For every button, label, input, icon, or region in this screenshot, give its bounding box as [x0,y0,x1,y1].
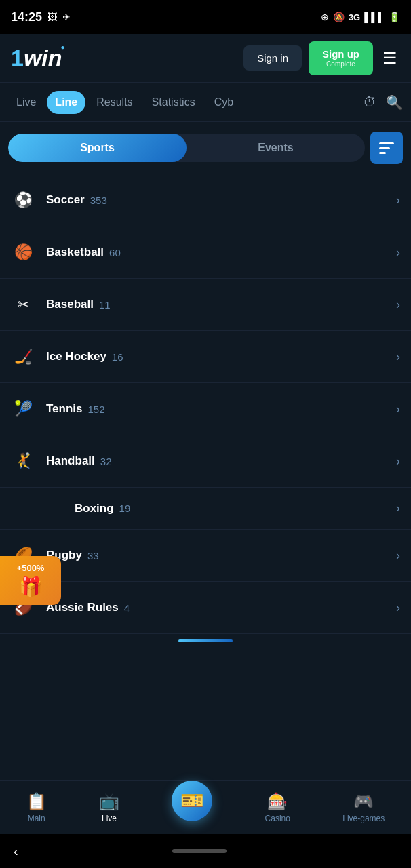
logo-dot: ● [61,43,65,51]
nav-tabs: Live Line Results Statistics Cyb ⏱ 🔍 [0,83,411,122]
soccer-name: Soccer [46,193,85,207]
main-icon: 📋 [26,792,47,811]
network-icon: 3G [349,12,360,22]
tab-statistics[interactable]: Statistics [144,91,203,114]
casino-icon: 🎰 [267,792,288,811]
bonus-percent: +500% [17,563,45,573]
bonus-gift-icon: 🎁 [19,576,43,598]
soccer-count: 353 [90,195,107,206]
tennis-count: 152 [88,403,105,415]
sports-events-toggle: Sports Events [8,134,365,162]
svg-rect-1 [379,147,390,149]
nav-live[interactable]: 📺 Live [91,787,128,829]
tab-cyber[interactable]: Cyb [206,91,241,114]
ice-hockey-chevron: › [396,350,400,364]
ice-hockey-count: 16 [112,351,123,363]
nav-bets-center[interactable]: 🎫 [163,789,220,827]
target-icon: ⊕ [321,12,329,22]
logo-win: win [24,45,62,71]
rugby-count: 33 [87,550,99,561]
handball-chevron: › [396,454,400,469]
tab-live[interactable]: Live [8,91,44,114]
system-bar: ‹ [0,834,411,868]
events-toggle-button[interactable]: Events [187,134,365,162]
sport-item-basketball[interactable]: 🏀 Basketball 60 › [0,226,411,279]
search-icon[interactable]: 🔍 [386,94,403,111]
sort-button[interactable] [370,132,403,164]
sport-item-soccer[interactable]: ⚽ Soccer 353 › [0,174,411,226]
basketball-icon: 🏀 [11,240,35,264]
baseball-count: 11 [99,299,111,311]
bonus-banner[interactable]: +500% 🎁 [0,556,61,605]
logo: 1 win ● [11,45,66,71]
home-pill[interactable] [172,849,227,853]
boxing-chevron: › [396,501,400,515]
baseball-chevron: › [396,298,400,312]
handball-count: 32 [100,456,112,467]
sports-list: ⚽ Soccer 353 › 🏀 Basketball 60 › ✂ Baseb… [0,174,411,634]
main-label: Main [28,814,45,823]
signup-label: Sign up [322,48,359,60]
baseball-name: Baseball [46,298,94,311]
send-icon: ✈ [62,12,71,22]
bottom-nav: 📋 Main 📺 Live 🎫 🎰 Casino 🎮 Live-games [0,780,411,834]
sport-item-ice-hockey[interactable]: 🏒 Ice Hockey 16 › [0,331,411,383]
sport-item-handball[interactable]: 🤾 Handball 32 › [0,435,411,488]
live-label: Live [102,814,117,823]
status-bar: 14:25 🖼 ✈ ⊕ 🔕 3G ▌▌▌ 🔋 [0,0,411,34]
basketball-chevron: › [396,245,400,260]
live-icon: 📺 [99,792,119,811]
casino-label: Casino [265,814,290,823]
bell-off-icon: 🔕 [333,12,345,22]
handball-name: Handball [46,454,95,468]
battery-icon: 🔋 [389,12,400,22]
live-games-icon: 🎮 [353,792,374,811]
tennis-chevron: › [396,402,400,416]
soccer-icon: ⚽ [11,188,35,212]
ice-hockey-icon: 🏒 [11,344,35,369]
svg-rect-0 [379,142,394,144]
boxing-name: Boxing [75,502,114,515]
hamburger-menu[interactable]: ☰ [380,46,400,71]
sport-item-baseball[interactable]: ✂ Baseball 11 › [0,279,411,331]
scroll-indicator [178,639,233,642]
soccer-chevron: › [396,193,400,208]
tennis-icon: 🎾 [11,397,35,421]
svg-rect-2 [379,152,386,154]
header: 1 win ● Sign in Sign up Complete ☰ [0,34,411,83]
signal-icon: ▌▌▌ [364,12,385,22]
status-time: 14:25 [11,10,42,24]
history-icon[interactable]: ⏱ [363,94,376,110]
handball-icon: 🤾 [11,449,35,473]
sport-item-aussie-rules[interactable]: 🏈 Aussie Rules 4 › [0,582,411,634]
basketball-count: 60 [109,247,121,258]
boxing-count: 19 [119,502,131,514]
photo-icon: 🖼 [47,12,57,22]
tennis-name: Tennis [46,402,83,416]
sports-toggle-button[interactable]: Sports [8,134,187,162]
nav-casino[interactable]: 🎰 Casino [257,787,298,829]
nav-main[interactable]: 📋 Main [18,787,55,829]
logo-one: 1 [11,45,24,71]
sport-item-tennis[interactable]: 🎾 Tennis 152 › [0,383,411,435]
signup-sub: Complete [326,60,355,68]
tab-results[interactable]: Results [88,91,140,114]
sport-item-rugby[interactable]: 🏉 Rugby 33 › [0,530,411,582]
rugby-chevron: › [396,549,400,563]
nav-live-games[interactable]: 🎮 Live-games [334,787,393,829]
header-buttons: Sign in Sign up Complete ☰ [243,41,400,75]
baseball-icon: ✂ [11,292,35,317]
ice-hockey-name: Ice Hockey [46,350,106,363]
live-games-label: Live-games [342,814,385,823]
aussie-rules-chevron: › [396,601,400,615]
signin-button[interactable]: Sign in [243,45,302,71]
aussie-rules-count: 4 [124,602,130,614]
basketball-name: Basketball [46,245,104,259]
signup-button[interactable]: Sign up Complete [309,41,373,75]
toggle-bar: Sports Events [0,122,411,174]
tab-line[interactable]: Line [47,91,85,114]
sport-item-boxing[interactable]: Boxing 19 › [0,488,411,530]
bets-icon: 🎫 [180,789,204,812]
sort-icon [379,140,394,155]
back-button[interactable]: ‹ [14,844,18,859]
